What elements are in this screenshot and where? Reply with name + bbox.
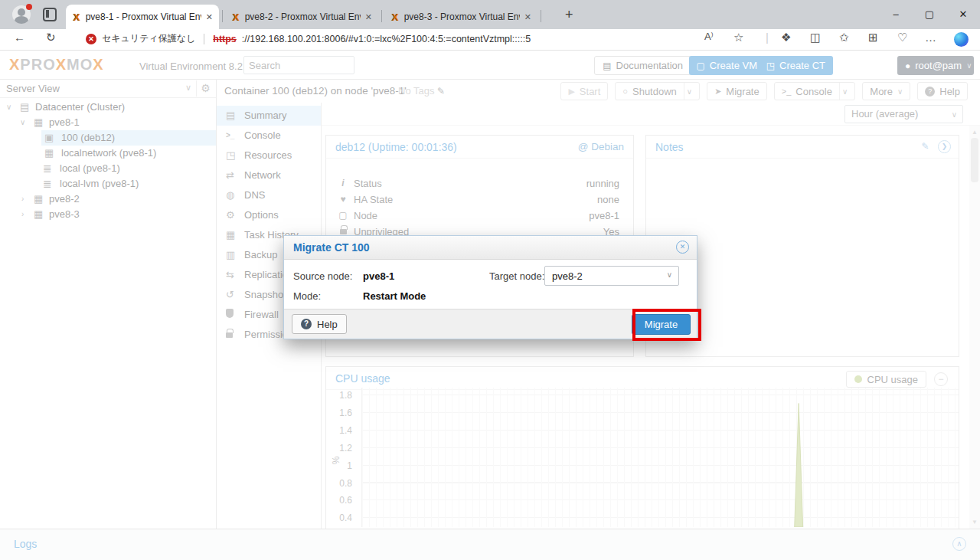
- tab-separator: [222, 10, 223, 22]
- close-tab-icon[interactable]: ✕: [524, 12, 531, 22]
- target-node-label: Target node:: [489, 270, 544, 282]
- not-secure-icon: ✕: [86, 34, 96, 44]
- browser-tab-pve8-3[interactable]: X pve8-3 - Proxmox Virtual Environ ✕: [384, 5, 537, 29]
- close-window-button[interactable]: ✕: [946, 0, 980, 29]
- browser-essentials-icon[interactable]: ♡: [897, 31, 907, 44]
- url-text: ://192.168.100.201:8006/#v1:0:=lxc%2F100…: [242, 34, 531, 44]
- maximize-button[interactable]: ▢: [913, 0, 946, 29]
- refresh-icon[interactable]: ↻: [46, 31, 56, 44]
- url-field[interactable]: ✕ セキュリティ保護なし https ://192.168.100.201:80…: [86, 32, 531, 45]
- proxmox-favicon: X: [392, 11, 399, 23]
- tab-separator: [381, 10, 382, 22]
- dialog-title: Migrate CT 100: [293, 241, 370, 254]
- mode-value: Restart Mode: [363, 290, 426, 302]
- collections-icon[interactable]: ⊞: [868, 31, 878, 44]
- url-divider: [204, 34, 204, 44]
- url-protocol: https: [213, 34, 237, 44]
- back-icon[interactable]: ←: [14, 31, 25, 44]
- close-tab-icon[interactable]: ✕: [365, 12, 372, 22]
- tab-title: pve8-2 - Proxmox Virtual Environ: [245, 11, 361, 22]
- dialog-body: Source node: pve8-1 Target node: pve8-2 …: [284, 260, 697, 310]
- browser-address-bar: ← ↻ ✕ セキュリティ保護なし https ://192.168.100.20…: [0, 29, 980, 51]
- tab-title: pve8-3 - Proxmox Virtual Environ: [404, 11, 520, 22]
- proxmox-favicon: X: [74, 11, 80, 23]
- source-node-value: pve8-1: [363, 270, 394, 282]
- target-node-select[interactable]: pve8-2 ∨: [544, 266, 679, 286]
- help-icon: ?: [301, 319, 312, 329]
- minimize-button[interactable]: –: [879, 0, 913, 29]
- toolbar-divider: |: [766, 31, 769, 44]
- split-screen-icon[interactable]: ◫: [810, 31, 821, 44]
- close-dialog-icon[interactable]: ✕: [676, 241, 689, 254]
- dialog-help-button[interactable]: ? Help: [292, 314, 347, 334]
- favorite-star-icon[interactable]: ☆: [733, 31, 743, 44]
- source-node-label: Source node:: [293, 270, 352, 282]
- tab-title: pve8-1 - Proxmox Virtual Environ: [86, 11, 201, 22]
- annotation-highlight-box: [632, 309, 701, 341]
- mode-label: Mode:: [293, 290, 321, 302]
- profile-notification-dot: [26, 4, 32, 10]
- browser-window: X pve8-1 - Proxmox Virtual Environ ✕ X p…: [0, 0, 980, 560]
- browser-tab-pve8-2[interactable]: X pve8-2 - Proxmox Virtual Environ ✕: [225, 5, 378, 29]
- browser-tab-bar: X pve8-1 - Proxmox Virtual Environ ✕ X p…: [0, 0, 980, 29]
- browser-tab-pve8-1[interactable]: X pve8-1 - Proxmox Virtual Environ ✕: [66, 5, 219, 29]
- security-label: セキュリティ保護なし: [102, 32, 195, 45]
- close-tab-icon[interactable]: ✕: [206, 12, 213, 22]
- chevron-down-icon: ∨: [667, 270, 672, 279]
- tab-actions-icon[interactable]: [43, 8, 57, 21]
- extensions-icon[interactable]: ❖: [781, 31, 791, 44]
- copilot-icon[interactable]: [954, 32, 969, 47]
- read-aloud-icon[interactable]: A): [704, 31, 713, 42]
- favorites-bar-icon[interactable]: ✩: [839, 31, 849, 44]
- tab-separator: [541, 10, 541, 22]
- new-tab-button[interactable]: +: [565, 7, 573, 23]
- proxmox-favicon: X: [233, 11, 240, 23]
- dialog-header[interactable]: Migrate CT 100 ✕: [284, 236, 697, 260]
- more-menu-icon[interactable]: …: [925, 31, 936, 44]
